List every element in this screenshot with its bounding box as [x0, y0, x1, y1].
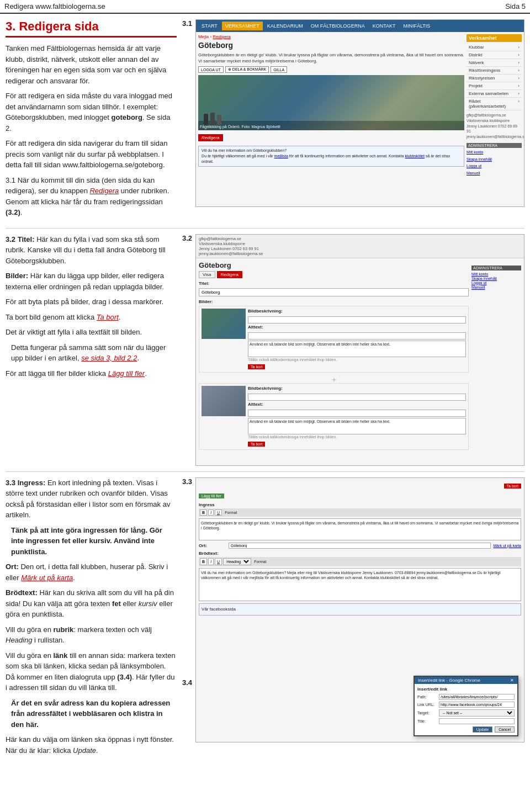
- ss31-skapa[interactable]: Skapa innehåll: [467, 156, 522, 163]
- ss32-bildbeskrivning2-label: Bildbeskrivning:: [248, 386, 466, 391]
- para-brodtext: Brödtext: Här kan du skriva allt som du …: [6, 587, 177, 620]
- ss31-sidebar-riksstyrelsen[interactable]: Riksstyrelsen ›: [467, 75, 522, 82]
- ss32-sidebar: ADMINISTRERA Mitt konto Skapa innehåll L…: [471, 261, 521, 453]
- ss33-dialog-body: Insert/edit link Path: Link URL: Target:…: [415, 684, 517, 735]
- ss31-sidebar-riksforeningens[interactable]: Riksföreningens ›: [467, 67, 522, 75]
- nav-verksamhet[interactable]: VERKSAMHET: [222, 22, 263, 30]
- ss31-sidebar: Verksamhet Klubbar › Distrikt › Nätverk …: [467, 34, 522, 177]
- ss31-sidebar-projekt[interactable]: Projekt ›: [467, 82, 522, 90]
- ss32-alttext-input[interactable]: [248, 332, 466, 339]
- ss31-sidebar-radet[interactable]: Rådet (påverkansarbetet) ›: [467, 98, 522, 110]
- ss32-add-img-btn[interactable]: ＋: [199, 375, 469, 383]
- ss32-title-label: Titel:: [199, 281, 469, 286]
- ss32-manuell[interactable]: Manuell: [471, 285, 521, 289]
- ss33-underline-btn[interactable]: U: [215, 510, 222, 516]
- ss33-dialog-34: Insert/edit link - Google Chrome ✕ Inser…: [414, 676, 518, 736]
- ss33-dialog-close[interactable]: ✕: [510, 678, 514, 683]
- screenshots-col: 3.1 START VERKSAMHET KALENDARIUM OM FÄLT…: [182, 19, 524, 207]
- para-31: 3.1 När du kommit till din sida (den sid…: [6, 175, 177, 218]
- ss32-title-input[interactable]: [199, 288, 469, 296]
- ss33-main: Ta bort Lägg till fler Ingress B I U For…: [199, 481, 521, 615]
- mejllista-link[interactable]: mejllista: [274, 154, 288, 158]
- heading-select[interactable]: Heading: [223, 558, 251, 565]
- ss33-path-input[interactable]: [439, 694, 515, 700]
- ss31-dela[interactable]: ⊕ DELA & BOKMÄRK: [225, 66, 269, 73]
- redigera-button[interactable]: Redigera: [198, 134, 222, 141]
- klubbskotet-link[interactable]: klubbskötet: [405, 154, 425, 158]
- ss33-i2-btn[interactable]: I: [208, 558, 214, 565]
- section33-text: 3.3 Ingress: En kort inledning på texten…: [6, 477, 177, 761]
- lagg-till-fler-btn[interactable]: Lägg till fler: [199, 493, 224, 498]
- ss33-brody-area[interactable]: Vill du ha mer information om Göteborgsk…: [199, 568, 521, 601]
- para-navigate: För att redigera din sida navigerar du f…: [6, 138, 177, 171]
- ss32-content: Göteborg Visa Redigera Titel: Bilder:: [196, 258, 524, 455]
- ss31-photo: Fågelkikking på Öxterö. Foto: Magnus Bjö…: [198, 75, 464, 130]
- fet-bold: fet: [112, 599, 121, 608]
- ss32-main: Göteborg Visa Redigera Titel: Bilder:: [199, 261, 469, 453]
- tanke-bold: Tänk på att inte göra ingressen för lång…: [11, 526, 162, 556]
- nav-kalendarium[interactable]: KALENDARIUM: [264, 22, 306, 30]
- ss31-sidebar-natverk[interactable]: Nätverk ›: [467, 59, 522, 67]
- ss33-brodtext-label: Brödtext:: [199, 551, 521, 556]
- indented-svar-adress: Är det en svår adress kan du kopiera adr…: [11, 698, 177, 730]
- ss33-target-select[interactable]: -- Not set --: [439, 709, 515, 717]
- ss31-manuell[interactable]: Manuell: [467, 170, 522, 177]
- ss32-mitt-konto[interactable]: Mitt konto: [471, 272, 521, 276]
- nav-minifaltis[interactable]: MINIFÄLTIS: [400, 22, 433, 30]
- ss31-sidebar-externa[interactable]: Externa samarbeten ›: [467, 90, 522, 98]
- screenshot-33: Ta bort Lägg till fler Ingress B I U For…: [195, 477, 524, 742]
- ss33-format2-select: Format: [254, 558, 266, 565]
- ss33-u2-btn[interactable]: U: [215, 558, 222, 565]
- ss33-title-row: Title:: [417, 718, 515, 724]
- ta-bort-top-btn[interactable]: Ta bort: [504, 484, 521, 489]
- tab-visa[interactable]: Visa: [199, 271, 215, 278]
- ss31-main-content: Mejla › Redigera Göteborg Göteborgsklubb…: [198, 34, 464, 177]
- titel-bold: 3.2 Titel:: [6, 235, 35, 243]
- ss31-sidebar-distrikt[interactable]: Distrikt ›: [467, 51, 522, 59]
- intro-p2: För att redigera en sida måste du vara i…: [6, 91, 177, 134]
- para-bilder-heading: Bilder: Här kan du lägga upp bilder, ell…: [6, 270, 177, 292]
- section32-text: 3.2 Titel: Här kan du fylla i vad som sk…: [6, 234, 177, 384]
- ss32-img1-caption-label: Bildbeskrivning:: [248, 309, 466, 314]
- ss31-sidebar-klubbar[interactable]: Klubbar ›: [467, 44, 522, 51]
- nav-kontakt[interactable]: KONTAKT: [369, 22, 399, 30]
- ss32-img2-caption[interactable]: [248, 394, 466, 401]
- ss33-ingress-area[interactable]: Göteborgsklubben är en riktigt go' klubb…: [199, 518, 521, 540]
- ss32-page-title: Göteborg: [199, 261, 469, 269]
- update-button[interactable]: Update: [473, 726, 493, 733]
- ss31-logga-ut[interactable]: LOGGA UT: [198, 66, 224, 73]
- ss33-bold-btn[interactable]: B: [200, 510, 207, 516]
- ss33-dialog-title-text: Insert/edit link - Google Chrome: [418, 678, 480, 683]
- ss32-logga-ut[interactable]: Logga ut: [471, 281, 521, 285]
- ss31-photo-caption: Fågelkikking på Öxterö. Foto: Magnus Bjö…: [200, 125, 280, 129]
- ta-bort-1-button[interactable]: Ta bort: [248, 364, 265, 369]
- page-number: Sida 5: [505, 2, 526, 10]
- ss32-tabs: Visa Redigera: [199, 271, 469, 278]
- ss32-alttext2-input[interactable]: [248, 410, 466, 417]
- ss33-b2-btn[interactable]: B: [200, 558, 207, 565]
- nav-start[interactable]: START: [198, 22, 221, 30]
- ss32-title-field-group: Titel:: [199, 281, 469, 296]
- ss31-gilla[interactable]: GILLA: [271, 66, 287, 73]
- ss33-format-select: Format: [225, 510, 237, 516]
- ss33-maps-link[interactable]: Märk ut på karta: [493, 544, 521, 548]
- ss33-ort-input[interactable]: [229, 543, 491, 549]
- ss33-ort-row: Ort: Märk ut på karta: [199, 543, 521, 549]
- cancel-button[interactable]: Cancel: [495, 726, 515, 733]
- ss33-dialog-title: Insert/edit link - Google Chrome ✕: [415, 677, 517, 684]
- ort-bold: Ort:: [6, 562, 19, 571]
- tab-redigera[interactable]: Redigera: [217, 271, 242, 278]
- ss31-mitt-konto[interactable]: Mitt konto: [467, 149, 522, 156]
- ss32-skapa[interactable]: Skapa innehåll: [471, 277, 521, 280]
- nav-om[interactable]: OM FÄLTBIOLOGERNA: [308, 22, 368, 30]
- ta-bort-2-button[interactable]: Ta bort: [248, 442, 265, 447]
- ss32-desc2-text: Använd en så talande bild som möjligt. O…: [248, 418, 466, 434]
- ss33-title-input[interactable]: [439, 718, 515, 724]
- para-rubrik: Vill du göra en rubrik: markera texten o…: [6, 624, 177, 646]
- ss33-url-input[interactable]: [439, 702, 515, 708]
- ss33-ort-label: Ort:: [199, 543, 226, 548]
- ss32-img1-block: Bildbeskrivning: Alttext: Använd en så t…: [199, 306, 469, 373]
- ss33-italic-btn[interactable]: I: [208, 510, 214, 516]
- ss31-logga-ut[interactable]: Logga ut: [467, 163, 522, 170]
- ss32-img1-caption[interactable]: [248, 316, 466, 323]
